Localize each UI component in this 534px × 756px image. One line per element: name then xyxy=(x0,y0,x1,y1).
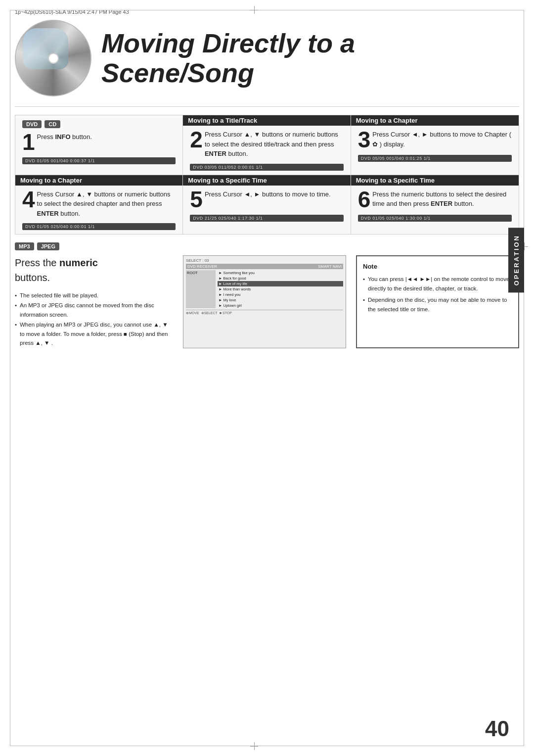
step4-text: Press Cursor ▲, ▼ buttons or numeric but… xyxy=(37,189,176,219)
badge-cd: CD xyxy=(44,120,60,128)
step3-cell: Moving to a Chapter 3 Press Cursor ◄, ► … xyxy=(351,115,519,175)
step4-header: Moving to a Chapter xyxy=(15,175,182,186)
snav-item-2-highlighted: ► Love of my life xyxy=(218,281,343,286)
snav-left-title: DVD RECEIVER xyxy=(187,264,217,269)
border-left xyxy=(10,10,10,746)
note-title: Note xyxy=(363,261,512,272)
step-row-2: Moving to a Chapter 4 Press Cursor ▲, ▼ … xyxy=(15,175,519,235)
disc-outer xyxy=(15,20,91,96)
mp3-bullet-2: An MP3 or JPEG disc cannot be moved from… xyxy=(15,301,173,319)
border-right xyxy=(524,10,524,746)
snav-item-4: ► I need you xyxy=(218,292,343,297)
badge-mp3: MP3 xyxy=(15,242,34,250)
snav-item-1: ► Back for good xyxy=(218,276,343,281)
step4-container: 4 Press Cursor ▲, ▼ buttons or numeric b… xyxy=(22,189,176,219)
step5-container: 5 Press Cursor ◄, ► buttons to move to t… xyxy=(190,189,343,210)
snav-stop: ■ STOP xyxy=(220,311,232,315)
disc-image xyxy=(15,20,91,96)
step3-container: 3 Press Cursor ◄, ► buttons to move to C… xyxy=(358,130,512,150)
border-bottom xyxy=(10,746,524,746)
crosshair-bottom xyxy=(250,742,258,750)
mp3-content: Press the numericbuttons. The selected f… xyxy=(15,255,519,348)
step3-osd: DVD 05/05 001/040 0:01:25 1/1 xyxy=(358,155,512,162)
note-box: Note You can press |◄◄ ►►| on the remote… xyxy=(356,255,519,348)
step2-cell: Moving to a Title/Track 2 Press Cursor ▲… xyxy=(183,115,351,175)
step2-header: Moving to a Title/Track xyxy=(183,115,350,126)
step6-container: 6 Press the numeric buttons to select th… xyxy=(358,189,512,210)
snav-right-title: SMART NAVI xyxy=(318,264,342,269)
snav-row: ROOT ► Something like you ► Back for goo… xyxy=(186,270,343,308)
snav-root: ROOT xyxy=(187,271,215,275)
disc-photo-overlay xyxy=(23,28,68,69)
step2-osd: DVD 03/05 011/052 0:00:01 1/1 xyxy=(190,164,343,171)
step4-number: 4 xyxy=(22,189,35,210)
step5-osd: DVD 21/25 025/040 1:17:30 1/1 xyxy=(190,215,343,222)
note-bullet-1: You can press |◄◄ ►►| on the remote cont… xyxy=(363,275,512,293)
step2-number: 2 xyxy=(190,130,203,150)
badges-dvdcd: DVD CD xyxy=(22,120,176,128)
separator xyxy=(15,106,519,107)
badges-mp3jpeg: MP3 JPEG xyxy=(15,242,519,250)
mp3-left: Press the numericbuttons. The selected f… xyxy=(15,255,173,348)
step-row-1: DVD CD 1 Press INFO button. DVD 01/05 00… xyxy=(15,115,519,175)
step6-text: Press the numeric buttons to select the … xyxy=(372,189,512,209)
step6-number: 6 xyxy=(358,189,371,210)
step2-container: 2 Press Cursor ▲, ▼ buttons or numeric b… xyxy=(190,130,343,159)
title-section: Moving Directly to a Scene/Song xyxy=(0,15,534,106)
snav-footer: ⊕MOVE ⊕SELECT ■ STOP xyxy=(186,310,343,315)
mp3-bullets-list: The selected file will be played. An MP3… xyxy=(15,291,173,347)
snav-item-0: ► Something like you xyxy=(218,270,343,276)
step7-bold: numeric xyxy=(59,257,98,268)
note-bullet-2: Depending on the disc, you may not be ab… xyxy=(363,295,512,314)
crosshair-top xyxy=(250,6,258,14)
snav-select-label: SELECT : 03 xyxy=(186,258,343,263)
step4-cell: Moving to a Chapter 4 Press Cursor ▲, ▼ … xyxy=(15,175,183,235)
mp3-section: MP3 JPEG Press the numericbuttons. The s… xyxy=(0,242,534,358)
step7-text: Press the numericbuttons. xyxy=(15,255,173,285)
disc-hole xyxy=(48,53,59,64)
badge-dvd: DVD xyxy=(22,120,42,128)
step5-header: Moving to a Specific Time xyxy=(183,175,350,186)
snav-select: ⊕SELECT xyxy=(201,311,218,315)
step3-number: 3 xyxy=(358,130,371,150)
snav-header: DVD RECEIVER SMART NAVI xyxy=(186,264,343,269)
step1-container: 1 Press INFO button. xyxy=(22,132,176,152)
snav-files: ► Something like you ► Back for good ► L… xyxy=(218,270,343,308)
smart-nav-screen: SELECT : 03 DVD RECEIVER SMART NAVI ROOT… xyxy=(183,255,346,348)
mp3-bullet-3: When playing an MP3 or JPEG disc, you ca… xyxy=(15,320,173,347)
step1-number: 1 xyxy=(22,132,35,152)
step5-number: 5 xyxy=(190,189,203,210)
badge-jpeg: JPEG xyxy=(37,242,59,250)
step6-osd: DVD 01/05 025/040 1:30:00 1/1 xyxy=(358,215,512,222)
page-title: Moving Directly to a Scene/Song xyxy=(91,29,514,88)
snav-item-3: ► More than words xyxy=(218,286,343,292)
step1-text: Press INFO button. xyxy=(37,132,92,142)
page-number: 40 xyxy=(485,716,509,741)
mp3-bullet-1: The selected file will be played. xyxy=(15,291,173,300)
border-top xyxy=(10,10,524,10)
step5-cell: Moving to a Specific Time 5 Press Cursor… xyxy=(183,175,351,235)
snav-item-5: ► My love xyxy=(218,297,343,303)
step1-cell: DVD CD 1 Press INFO button. DVD 01/05 00… xyxy=(15,115,183,175)
step1-osd: DVD 01/05 001/040 0:00:37 1/1 xyxy=(22,157,176,164)
step6-header: Moving to a Specific Time xyxy=(351,175,519,186)
snav-move: ⊕MOVE xyxy=(186,311,199,315)
note-list: You can press |◄◄ ►►| on the remote cont… xyxy=(363,275,512,314)
step6-cell: Moving to a Specific Time 6 Press the nu… xyxy=(351,175,519,235)
snav-folder: ROOT xyxy=(186,270,216,308)
step5-text: Press Cursor ◄, ► buttons to move to tim… xyxy=(205,189,331,199)
header-meta: 1p~42p(DS610)-SEA 9/15/04 2:47 PM Page 4… xyxy=(0,0,534,15)
step3-text: Press Cursor ◄, ► buttons to move to Cha… xyxy=(372,130,512,149)
step2-text: Press Cursor ▲, ▼ buttons or numeric but… xyxy=(205,130,344,159)
step4-osd: DVD 01/05 025/040 0:00:01 1/1 xyxy=(22,223,176,230)
snav-item-6: ► Uptown girl xyxy=(218,303,343,308)
step1-bold: INFO xyxy=(55,133,70,141)
step3-header: Moving to a Chapter xyxy=(351,115,519,126)
